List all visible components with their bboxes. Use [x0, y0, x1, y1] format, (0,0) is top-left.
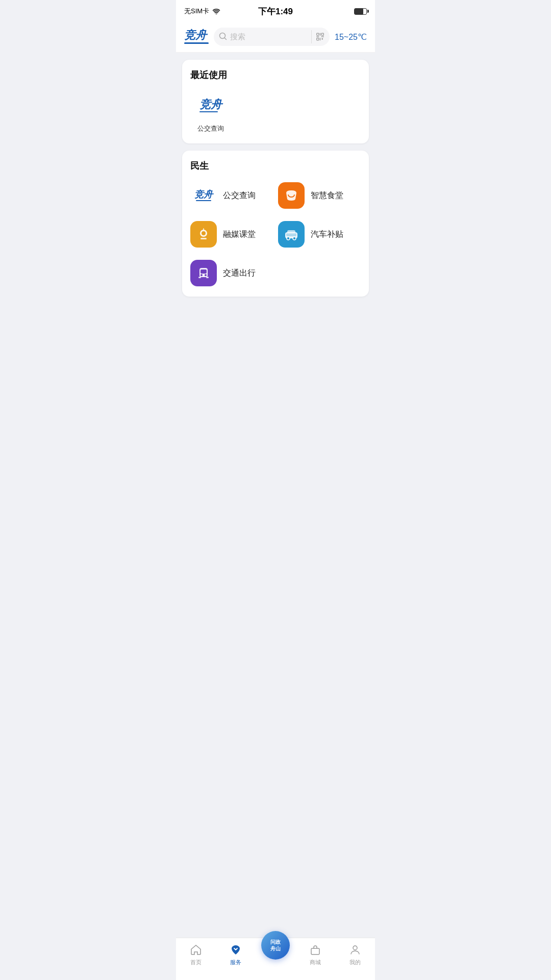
recent-item-label: 公交查询	[197, 124, 224, 133]
service-item-transit[interactable]: 交通出行	[190, 260, 273, 286]
battery-icon	[354, 8, 367, 15]
service-item-bus[interactable]: 竞舟 公交查询	[190, 182, 273, 209]
service-grid: 竞舟 公交查询 智慧食堂	[190, 182, 361, 286]
service-item-car[interactable]: 汽车补贴	[278, 221, 361, 248]
transit-icon-wrap	[190, 260, 217, 286]
minsheng-card: 民生 竞舟 公交查询	[182, 151, 369, 297]
svg-point-17	[287, 237, 290, 240]
service-label-canteen: 智慧食堂	[311, 190, 343, 201]
minsheng-title: 民生	[190, 160, 361, 172]
media-icon-wrap	[190, 221, 217, 248]
service-label-car: 汽车补贴	[311, 229, 343, 240]
service-label-media: 融媒课堂	[223, 229, 256, 240]
status-carrier: 无SIM卡	[184, 7, 220, 16]
svg-rect-6	[322, 38, 323, 40]
svg-rect-3	[317, 33, 319, 35]
recent-title: 最近使用	[190, 69, 361, 81]
app-logo[interactable]: 竞舟	[184, 30, 209, 44]
svg-point-12	[202, 231, 206, 235]
svg-point-18	[293, 237, 296, 240]
battery-indicator	[354, 8, 367, 15]
service-label-transit: 交通出行	[223, 268, 256, 279]
svg-rect-5	[317, 38, 319, 40]
bottom-spacer	[182, 304, 369, 350]
logo-underline	[184, 42, 209, 44]
service-item-canteen[interactable]: 智慧食堂	[278, 182, 361, 209]
recent-item[interactable]: 竞舟 公交查询	[190, 91, 231, 133]
search-bar[interactable]: 搜索	[214, 28, 330, 46]
status-time: 下午1:49	[258, 6, 293, 17]
recent-item-logo: 竞舟	[196, 91, 225, 120]
svg-point-0	[216, 13, 217, 14]
status-bar: 无SIM卡 下午1:49	[176, 0, 375, 22]
svg-rect-4	[321, 33, 323, 35]
svg-rect-24	[198, 277, 201, 278]
weather-display: 15~25℃	[335, 32, 367, 42]
service-item-media[interactable]: 融媒课堂	[190, 221, 273, 248]
app-header: 竞舟 搜索 15~25℃	[176, 22, 375, 53]
main-content: 最近使用 竞舟 公交查询 民生 竞舟 公交查询	[176, 53, 375, 357]
search-icon	[219, 32, 227, 42]
svg-point-22	[201, 274, 203, 276]
scan-icon[interactable]	[311, 30, 324, 43]
service-label-bus: 公交查询	[223, 190, 256, 201]
wifi-icon	[212, 8, 220, 14]
bus-icon-wrap: 竞舟	[190, 182, 217, 209]
svg-rect-13	[201, 238, 207, 239]
svg-line-2	[224, 38, 227, 40]
car-icon-wrap	[278, 221, 305, 248]
svg-point-23	[205, 274, 207, 276]
recent-card: 最近使用 竞舟 公交查询	[182, 60, 369, 143]
canteen-icon-wrap	[278, 182, 305, 209]
svg-rect-19	[286, 233, 296, 236]
search-placeholder-text: 搜索	[230, 32, 306, 42]
svg-rect-25	[206, 277, 209, 278]
svg-rect-21	[201, 270, 207, 274]
